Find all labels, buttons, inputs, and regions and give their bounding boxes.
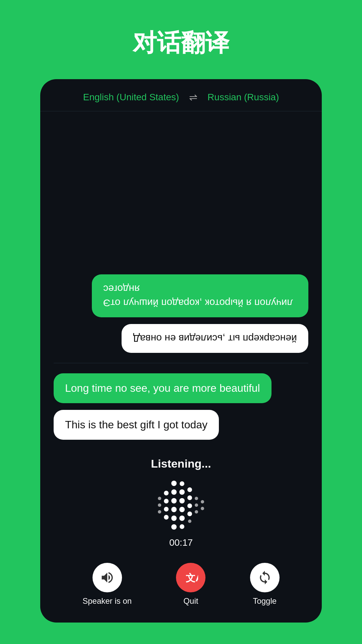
speaker-control: Speaker is on <box>82 563 132 606</box>
dot <box>201 507 204 510</box>
dot <box>158 497 161 500</box>
dot <box>164 507 169 512</box>
dot <box>179 498 185 503</box>
dot <box>187 487 192 492</box>
toggle-label: Toggle <box>253 596 277 606</box>
speaker-icon <box>100 570 115 585</box>
quit-control: 文A Quit <box>176 563 205 606</box>
svg-text:文A: 文A <box>186 572 198 583</box>
dot <box>187 503 192 508</box>
dot <box>164 499 169 503</box>
phone-card: English (United States) ⇌ Russian (Russi… <box>40 79 322 623</box>
speaker-button[interactable] <box>93 563 122 592</box>
dot <box>180 524 184 529</box>
toggle-icon <box>257 570 272 585</box>
dot <box>187 512 192 516</box>
swap-icon[interactable]: ⇌ <box>189 91 197 103</box>
bubble-russian-green: Это лучший подарок, который я получил се… <box>92 274 308 317</box>
dot <box>164 491 169 495</box>
dot <box>171 498 177 503</box>
timer: 00:17 <box>169 537 193 548</box>
toggle-button[interactable] <box>250 563 280 592</box>
dot <box>201 500 204 503</box>
dot-col-4 <box>179 481 185 529</box>
bottom-controls: Speaker is on 文A Quit Toggle <box>40 559 322 623</box>
app-title: 对话翻译 <box>133 27 229 59</box>
dot <box>187 495 192 500</box>
bubble-english-green: Long time no see, you are more beautiful <box>54 373 272 403</box>
bubble-russian-white: Давно не виделись, ты прекрасней <box>122 324 308 353</box>
quit-button[interactable]: 文A <box>176 563 205 592</box>
dot <box>179 516 185 521</box>
waveform <box>158 478 204 532</box>
dot <box>171 507 177 512</box>
dot <box>195 510 198 514</box>
dot-col-5 <box>187 487 192 523</box>
dot-col-1 <box>158 497 161 514</box>
bubble-english-white: This is the best gift I got today <box>54 410 219 440</box>
dot <box>158 510 161 514</box>
quit-label: Quit <box>183 596 198 606</box>
dot <box>179 489 185 495</box>
dot <box>171 516 177 521</box>
listening-label: Listening... <box>151 457 211 470</box>
dot <box>164 515 169 520</box>
dot <box>171 524 177 530</box>
dot <box>171 481 177 486</box>
lang-left[interactable]: English (United States) <box>83 92 179 103</box>
dot-col-3 <box>171 481 177 530</box>
speaker-label: Speaker is on <box>82 596 132 606</box>
language-header: English (United States) ⇌ Russian (Russi… <box>40 79 322 111</box>
dot-col-6 <box>195 497 198 514</box>
dot <box>195 497 198 500</box>
toggle-control: Toggle <box>250 563 280 606</box>
dot-col-2 <box>164 491 169 520</box>
chat-top-area: Это лучший подарок, который я получил се… <box>40 111 322 363</box>
dot <box>158 503 161 507</box>
chat-bottom-area: Long time no see, you are more beautiful… <box>40 363 322 450</box>
dot <box>171 489 177 495</box>
dot <box>180 481 184 486</box>
dot <box>188 520 191 523</box>
lang-right[interactable]: Russian (Russia) <box>207 92 279 103</box>
listening-section: Listening... <box>40 450 322 559</box>
dot <box>179 507 185 512</box>
translate-icon: 文A <box>183 570 198 585</box>
dot <box>195 503 198 507</box>
dot-col-7 <box>201 500 204 510</box>
